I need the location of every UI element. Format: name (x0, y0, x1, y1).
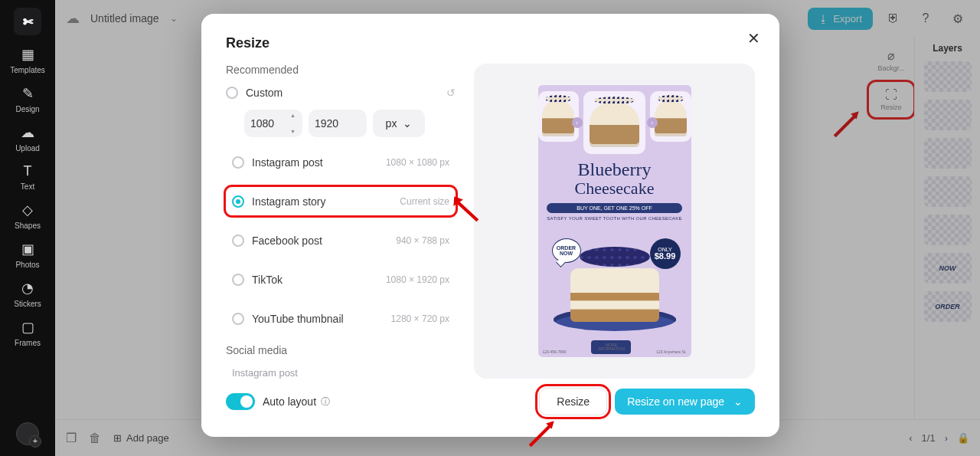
close-icon[interactable]: ✕ (743, 28, 764, 49)
poster-hero-cake (554, 239, 676, 331)
account-avatar[interactable] (16, 422, 39, 445)
resize-icon: ⛶ (885, 88, 897, 102)
sidebar-item-upload[interactable]: ☁Upload (0, 124, 55, 153)
duplicate-icon[interactable]: ❐ (66, 431, 77, 445)
shield-icon[interactable]: ⛨ (882, 7, 905, 30)
height-input[interactable]: 1920 (309, 110, 367, 137)
poster-pill: BUY ONE, GET ONE 25% OFF (547, 203, 682, 213)
poster-preview: ‹ › Blueberry Cheesecake BUY ONE, GET ON… (538, 85, 691, 357)
layer-thumb[interactable] (924, 61, 972, 92)
more-info-button: MOREINFORMATION (591, 340, 631, 354)
resize-button[interactable]: Resize (539, 388, 607, 415)
add-page-button[interactable]: ⊞Add page (113, 432, 169, 444)
export-button[interactable]: ⭳Export (808, 8, 873, 30)
size-options-pane: Recommended Custom ↺ 1080▲▼ 1920 px⌄ Ins… (226, 64, 456, 379)
sidebar-item-templates[interactable]: ▦Templates (0, 46, 55, 74)
help-icon[interactable]: ? (914, 7, 937, 30)
cloud-save-icon[interactable]: ☁ (66, 10, 80, 27)
page-next-icon[interactable]: › (945, 432, 948, 444)
app-logo[interactable]: ✄ (14, 8, 41, 35)
poster-foot-left: 123-456-7890 (543, 349, 567, 354)
layer-thumb[interactable] (924, 100, 972, 130)
poster-foot-right: 123 Anywhere St. (656, 349, 686, 354)
shapes-icon: ◇ (22, 202, 33, 218)
left-sidebar: ✄ ▦Templates ✎Design ☁Upload TText ◇Shap… (0, 0, 55, 456)
trash-icon[interactable]: 🗑 (89, 431, 101, 445)
sidebar-item-design[interactable]: ✎Design (0, 85, 55, 113)
option-instagram-post[interactable]: Instagram post 1080 × 1080 px (226, 148, 456, 176)
resize-tool[interactable]: ⛶Resize (870, 83, 913, 116)
page-prev-icon[interactable]: ‹ (909, 432, 912, 444)
preview-pane: ‹ › Blueberry Cheesecake BUY ONE, GET ON… (474, 64, 755, 379)
radio-icon (232, 313, 244, 325)
background-icon: ⌀ (887, 48, 895, 63)
page-indicator: 1/1 (922, 432, 936, 444)
right-tools: ⌀Backgr... ⛶Resize (870, 43, 913, 116)
option-facebook-post[interactable]: Facebook post 940 × 788 px (226, 226, 456, 254)
sidebar-item-stickers[interactable]: ◔Stickers (0, 280, 55, 308)
stepper-icon[interactable]: ▲▼ (290, 113, 298, 134)
sidebar-item-frames[interactable]: ▢Frames (0, 319, 55, 347)
social-item[interactable]: Instagram post (226, 367, 456, 379)
design-icon: ✎ (22, 85, 34, 102)
auto-layout-toggle[interactable] (226, 393, 255, 410)
chevron-down-icon: ⌄ (733, 395, 743, 408)
auto-layout-label: Auto layout ⓘ (263, 395, 330, 408)
settings-icon[interactable]: ⚙ (946, 7, 969, 30)
recommended-heading: Recommended (226, 64, 456, 76)
poster-thumb (583, 91, 646, 154)
sidebar-item-text[interactable]: TText (0, 163, 55, 191)
radio-icon (232, 235, 244, 247)
option-tiktok[interactable]: TikTok 1080 × 1920 px (226, 266, 456, 294)
title-dropdown-icon[interactable]: ⌄ (170, 13, 178, 24)
option-youtube-thumb[interactable]: YouTube thumbnail 1280 × 720 px (226, 305, 456, 333)
stickers-icon: ◔ (21, 280, 34, 297)
reset-icon[interactable]: ↺ (446, 87, 456, 99)
layers-title: Layers (933, 43, 962, 54)
lock-icon[interactable]: 🔒 (957, 432, 969, 444)
add-page-icon: ⊞ (113, 432, 122, 444)
info-icon[interactable]: ⓘ (321, 395, 330, 408)
layer-thumb[interactable] (924, 176, 972, 207)
radio-icon (232, 156, 244, 169)
carousel-right-icon: › (647, 117, 658, 128)
templates-icon: ▦ (21, 46, 34, 63)
svg-marker-0 (851, 111, 859, 120)
option-custom[interactable]: Custom (226, 87, 283, 99)
radio-icon (226, 87, 238, 99)
upload-icon: ☁ (21, 124, 34, 141)
modal-title: Resize (226, 35, 755, 51)
poster-title-1: Blueberry (547, 162, 682, 179)
poster-thumb (538, 91, 579, 142)
unit-select[interactable]: px⌄ (373, 110, 425, 137)
document-title[interactable]: Untitled image (90, 12, 159, 25)
photos-icon: ▣ (21, 241, 34, 258)
poster-sub: SATISFY YOUR SWEET TOOTH WITH OUR CHEESE… (547, 216, 682, 221)
download-icon: ⭳ (818, 13, 828, 25)
option-instagram-story[interactable]: Instagram story Current size (226, 187, 456, 215)
resize-new-page-button[interactable]: Resize on new page⌄ (615, 389, 755, 415)
frames-icon: ▢ (21, 319, 34, 336)
poster-title-2: Cheesecake (547, 179, 682, 198)
annotation-arrow (831, 107, 864, 139)
radio-icon (232, 274, 244, 286)
width-input[interactable]: 1080▲▼ (244, 110, 302, 137)
resize-modal: Resize ✕ Recommended Custom ↺ 1080▲▼ 192… (201, 14, 779, 437)
layer-thumb[interactable] (924, 215, 972, 245)
sidebar-item-photos[interactable]: ▣Photos (0, 241, 55, 269)
poster-thumb (650, 91, 691, 142)
layers-panel: Layers NOW ORDER (914, 37, 980, 419)
sidebar-item-shapes[interactable]: ◇Shapes (0, 202, 55, 230)
layer-thumb[interactable]: ORDER (924, 291, 972, 322)
background-tool[interactable]: ⌀Backgr... (870, 43, 913, 77)
radio-icon (232, 195, 244, 208)
carousel-left-icon: ‹ (572, 117, 583, 128)
social-heading: Social media (226, 344, 456, 356)
text-icon: T (24, 163, 32, 179)
chevron-down-icon: ⌄ (403, 117, 412, 130)
layer-thumb[interactable] (924, 138, 972, 169)
layer-thumb[interactable]: NOW (924, 253, 972, 284)
